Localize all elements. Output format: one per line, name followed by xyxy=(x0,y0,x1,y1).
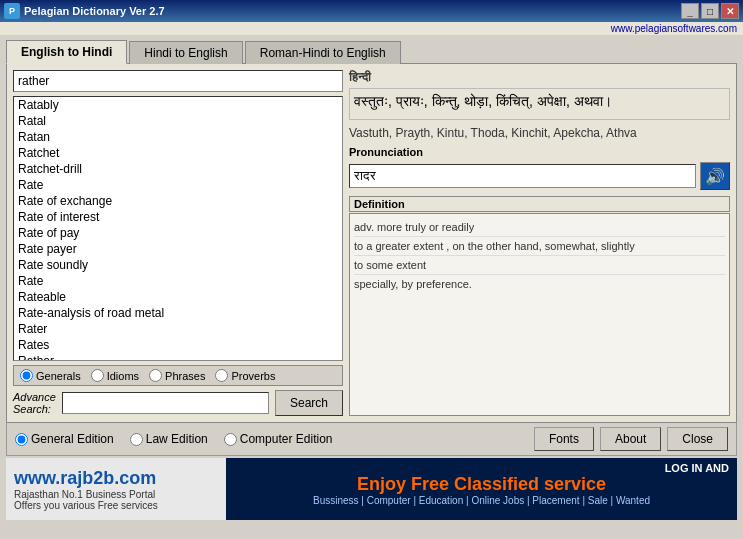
fonts-button[interactable]: Fonts xyxy=(534,427,594,451)
radio-generals[interactable]: Generals xyxy=(20,369,81,382)
website-url: www.pelagiansoftwares.com xyxy=(611,23,737,34)
transliteration-text: Vastuth, Prayth, Kintu, Thoda, Kinchit, … xyxy=(349,124,730,142)
list-item[interactable]: Rates xyxy=(14,337,342,353)
definition-item: adv. more truly or readily xyxy=(354,218,725,237)
window-controls: _ □ ✕ xyxy=(681,3,739,19)
app-icon: P xyxy=(4,3,20,19)
ad-main-text: Enjoy Free Classified service xyxy=(234,474,729,495)
hindi-text: वस्तुतः, प्रायः, किन्तु, थोड़ा, किंचित्,… xyxy=(349,88,730,120)
tabs-bar: English to Hindi Hindi to English Roman-… xyxy=(0,35,743,63)
pronunciation-row: 🔊 xyxy=(349,162,730,190)
advance-search-row: AdvanceSearch: Search xyxy=(13,390,343,416)
advance-search-input[interactable] xyxy=(62,392,269,414)
search-input[interactable] xyxy=(13,70,343,92)
list-item[interactable]: Rate xyxy=(14,177,342,193)
search-button[interactable]: Search xyxy=(275,390,343,416)
website-bar: www.pelagiansoftwares.com xyxy=(0,22,743,35)
maximize-button[interactable]: □ xyxy=(701,3,719,19)
speaker-icon: 🔊 xyxy=(705,167,725,186)
main-content: RatablyRatalRatanRatchetRatchet-drillRat… xyxy=(6,63,737,423)
list-item[interactable]: Rate of interest xyxy=(14,209,342,225)
definition-item: to some extent xyxy=(354,256,725,275)
ad-sub1: Rajasthan No.1 Business Portal xyxy=(14,489,218,500)
radio-idioms[interactable]: Idioms xyxy=(91,369,139,382)
ad-url[interactable]: www.rajb2b.com xyxy=(14,468,218,489)
tab-english-to-hindi[interactable]: English to Hindi xyxy=(6,40,127,64)
list-item[interactable]: Rate xyxy=(14,273,342,289)
word-list[interactable]: RatablyRatalRatanRatchetRatchet-drillRat… xyxy=(13,96,343,361)
close-button[interactable]: Close xyxy=(667,427,728,451)
radio-phrases[interactable]: Phrases xyxy=(149,369,205,382)
list-item[interactable]: Rater xyxy=(14,321,342,337)
definition-label: Definition xyxy=(349,196,730,212)
ad-left: www.rajb2b.com Rajasthan No.1 Business P… xyxy=(6,458,226,520)
tab-hindi-to-english[interactable]: Hindi to English xyxy=(129,41,242,64)
list-item[interactable]: Rate of pay xyxy=(14,225,342,241)
about-button[interactable]: About xyxy=(600,427,661,451)
speaker-button[interactable]: 🔊 xyxy=(700,162,730,190)
close-window-button[interactable]: ✕ xyxy=(721,3,739,19)
pronunciation-label: Pronunciation xyxy=(349,146,730,158)
options-bar: General Edition Law Edition Computer Edi… xyxy=(6,423,737,456)
radio-proverbs[interactable]: Proverbs xyxy=(215,369,275,382)
ad-links: Bussiness | Computer | Education | Onlin… xyxy=(234,495,729,506)
list-item[interactable]: Ratchet-drill xyxy=(14,161,342,177)
definition-box: adv. more truly or readilyto a greater e… xyxy=(349,213,730,416)
ad-banner: www.rajb2b.com Rajasthan No.1 Business P… xyxy=(6,458,737,520)
tab-roman-hindi-to-english[interactable]: Roman-Hindi to English xyxy=(245,41,401,64)
titlebar-title: Pelagian Dictionary Ver 2.7 xyxy=(24,5,165,17)
advance-search-label: AdvanceSearch: xyxy=(13,391,56,415)
radio-law-edition[interactable]: Law Edition xyxy=(130,432,208,446)
radio-general-edition[interactable]: General Edition xyxy=(15,432,114,446)
hindi-label: हिन्दी xyxy=(349,70,730,84)
definition-item: to a greater extent , on the other hand,… xyxy=(354,237,725,256)
list-item[interactable]: Rate-analysis of road metal xyxy=(14,305,342,321)
pronunciation-input[interactable] xyxy=(349,164,696,188)
edition-radios: General Edition Law Edition Computer Edi… xyxy=(15,432,332,446)
list-item[interactable]: Ratchet xyxy=(14,145,342,161)
minimize-button[interactable]: _ xyxy=(681,3,699,19)
list-item[interactable]: Ratal xyxy=(14,113,342,129)
list-item[interactable]: Rather xyxy=(14,353,342,361)
bottom-buttons: Fonts About Close xyxy=(534,427,728,451)
filter-radio-group: Generals Idioms Phrases Proverbs xyxy=(13,365,343,386)
ad-sub2: Offers you various Free services xyxy=(14,500,218,511)
left-panel: RatablyRatalRatanRatchetRatchet-drillRat… xyxy=(13,70,343,416)
right-panel: हिन्दी वस्तुतः, प्रायः, किन्तु, थोड़ा, क… xyxy=(349,70,730,416)
list-item[interactable]: Rateable xyxy=(14,289,342,305)
list-item[interactable]: Ratan xyxy=(14,129,342,145)
titlebar: P Pelagian Dictionary Ver 2.7 _ □ ✕ xyxy=(0,0,743,22)
list-item[interactable]: Rate payer xyxy=(14,241,342,257)
list-item[interactable]: Rate of exchange xyxy=(14,193,342,209)
list-item[interactable]: Rate soundly xyxy=(14,257,342,273)
ad-login-text: LOG IN AND xyxy=(234,462,729,474)
ad-right: LOG IN AND Enjoy Free Classified service… xyxy=(226,458,737,520)
radio-computer-edition[interactable]: Computer Edition xyxy=(224,432,333,446)
list-item[interactable]: Ratably xyxy=(14,97,342,113)
definition-item: specially, by preference. xyxy=(354,275,725,293)
